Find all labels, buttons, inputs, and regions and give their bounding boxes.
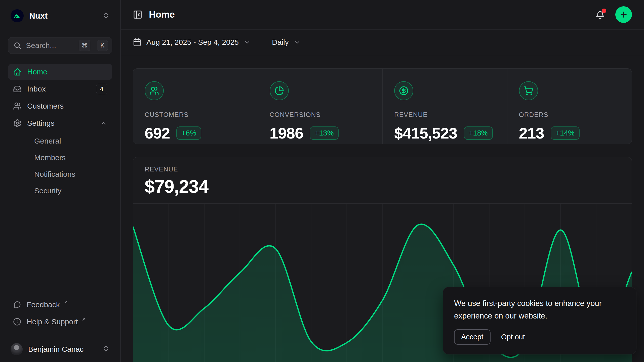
opt-out-button[interactable]: Opt out	[501, 330, 525, 344]
settings-subnav: General Members Notifications Security	[8, 133, 112, 199]
granularity-label: Daily	[272, 38, 289, 47]
info-circle-icon	[13, 318, 21, 326]
add-button[interactable]	[615, 6, 632, 23]
search-input[interactable]: Search... ⌘ K	[8, 37, 112, 54]
external-link-icon	[81, 317, 86, 322]
stat-card-conversions[interactable]: CONVERSIONS 1986 +13%	[258, 69, 383, 144]
revenue-chart-label: REVENUE	[145, 165, 632, 173]
inbox-icon	[13, 85, 22, 93]
stat-card-revenue[interactable]: REVENUE $415,523 +18%	[382, 69, 507, 144]
stats-row: CUSTOMERS 692 +6% CONVERSIONS 1986 +13%	[133, 68, 632, 144]
sidebar-item-label: Inbox	[27, 85, 91, 93]
dashboard-root: Nuxt Search... ⌘ K Home	[0, 0, 644, 362]
sidebar-subitem-general[interactable]: General	[29, 133, 112, 149]
cookie-message: We use first-party cookies to enhance yo…	[454, 297, 610, 322]
accept-button[interactable]: Accept	[454, 329, 491, 345]
stat-delta-badge: +6%	[176, 126, 201, 140]
sidebar-nav: Home Inbox 4 Customers Settings	[8, 64, 112, 199]
stat-value: 692	[145, 124, 170, 142]
user-avatar	[11, 343, 23, 355]
sidebar-item-label: Customers	[27, 102, 107, 110]
chevron-up-icon	[100, 120, 107, 127]
chevrons-up-down-icon	[102, 12, 110, 20]
chevron-down-icon	[244, 39, 251, 46]
sidebar-subitem-security[interactable]: Security	[29, 183, 112, 199]
stat-label: CONVERSIONS	[270, 111, 383, 119]
chevron-down-icon	[294, 39, 301, 46]
sidebar-spacer	[8, 199, 112, 297]
sidebar-item-label: Home	[27, 68, 107, 76]
notifications-button[interactable]	[595, 10, 605, 20]
search-placeholder: Search...	[26, 41, 74, 50]
feedback-label: Feedback	[27, 300, 60, 309]
help-support-link[interactable]: Help & Support	[8, 314, 112, 329]
kbd-cmd: ⌘	[79, 40, 90, 51]
nuxt-logo-icon	[11, 9, 24, 22]
chat-bubble-icon	[13, 301, 21, 309]
pie-chart-icon	[270, 81, 289, 100]
stat-delta-badge: +18%	[464, 126, 493, 140]
stat-label: CUSTOMERS	[145, 111, 258, 119]
stat-label: REVENUE	[394, 111, 507, 119]
date-range-picker[interactable]: Aug 21, 2025 - Sep 4, 2025	[133, 38, 251, 47]
sidebar-item-customers[interactable]: Customers	[8, 98, 112, 114]
sidebar-user-section: Benjamin Canac	[0, 336, 120, 362]
gear-icon	[13, 119, 22, 127]
cookie-banner: We use first-party cookies to enhance yo…	[443, 287, 636, 354]
sidebar-subitem-members[interactable]: Members	[29, 150, 112, 165]
sidebar-item-label: Settings	[27, 119, 95, 127]
sidebar-item-home[interactable]: Home	[8, 64, 112, 80]
inbox-count-badge: 4	[96, 84, 107, 94]
sidebar-footer-links: Feedback Help & Support	[8, 297, 112, 336]
kbd-k: K	[97, 40, 108, 51]
sidebar-item-inbox[interactable]: Inbox 4	[8, 81, 112, 97]
stat-value: $415,523	[394, 124, 457, 142]
user-menu[interactable]: Benjamin Canac	[8, 340, 112, 358]
stat-delta-badge: +13%	[310, 126, 339, 140]
home-icon	[13, 68, 22, 76]
date-range-label: Aug 21, 2025 - Sep 4, 2025	[146, 38, 239, 47]
stat-delta-badge: +14%	[551, 126, 580, 140]
stat-value: 1986	[270, 124, 303, 142]
users-icon	[13, 102, 22, 110]
calendar-icon	[133, 38, 141, 47]
stat-card-customers[interactable]: CUSTOMERS 692 +6%	[133, 69, 258, 144]
sidebar: Nuxt Search... ⌘ K Home	[0, 0, 121, 362]
workspace-switcher[interactable]: Nuxt	[8, 8, 112, 24]
external-link-icon	[63, 300, 68, 305]
dollar-circle-icon	[394, 81, 413, 100]
sidebar-item-settings[interactable]: Settings	[8, 115, 112, 131]
shopping-cart-icon	[519, 81, 538, 100]
users-icon	[145, 81, 164, 100]
sidebar-subitem-notifications[interactable]: Notifications	[29, 166, 112, 182]
chevrons-up-down-icon	[102, 345, 110, 353]
help-support-label: Help & Support	[27, 318, 78, 326]
filters-toolbar: Aug 21, 2025 - Sep 4, 2025 Daily	[121, 30, 644, 55]
stat-card-orders[interactable]: ORDERS 213 +14%	[507, 69, 632, 144]
workspace-name: Nuxt	[29, 11, 97, 21]
feedback-link[interactable]: Feedback	[8, 297, 112, 312]
plus-icon	[619, 10, 628, 19]
collapse-sidebar-icon[interactable]	[133, 10, 142, 19]
user-name: Benjamin Canac	[28, 345, 97, 353]
stat-value: 213	[519, 124, 544, 142]
revenue-chart-header: REVENUE $79,234	[133, 157, 632, 203]
revenue-chart-value: $79,234	[145, 176, 632, 197]
stat-label: ORDERS	[519, 111, 632, 119]
page-title: Home	[149, 9, 175, 20]
granularity-select[interactable]: Daily	[272, 38, 301, 47]
notification-dot	[602, 9, 606, 13]
search-icon	[13, 41, 21, 50]
page-header: Home	[121, 0, 644, 30]
